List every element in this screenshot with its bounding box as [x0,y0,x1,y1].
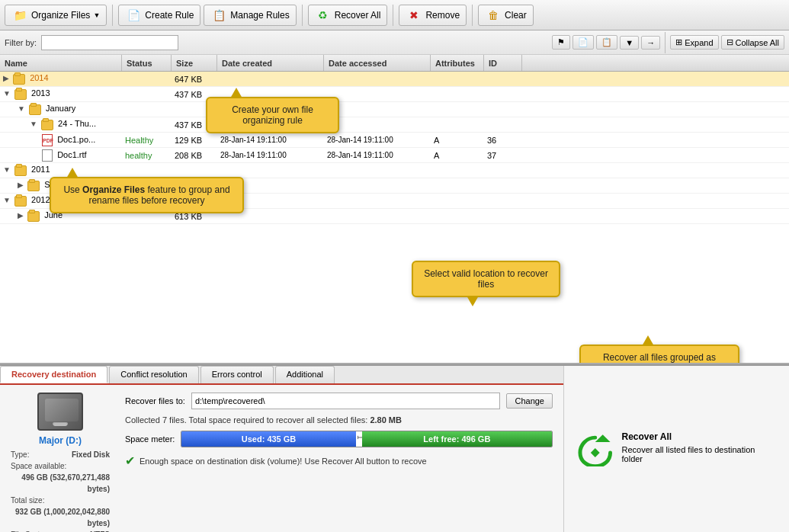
type-val: Fixed Disk [72,449,110,460]
tab-additional[interactable]: Additional [275,366,335,383]
col-name-header: Name [0,55,122,71]
row-accessed [324,79,431,80]
clear-button[interactable]: 🗑 Clear [478,5,534,26]
row-size: 129 KB [172,135,217,146]
expand-arrow-icon[interactable]: ▼ [3,165,11,174]
row-id [484,79,522,80]
row-status: Healthy [122,135,172,146]
col-attr-header: Attributes [431,55,484,71]
organize-files-icon: 📁 [11,8,28,23]
row-id: 36 [484,135,522,146]
fs-label: File System: [11,529,53,532]
expand-arrow-icon[interactable]: ▶ [3,74,9,82]
row-status [122,109,172,111]
check-icon: ✔ [125,453,135,468]
bottom-right-panel: Recover All Recover all listed files to … [564,366,789,532]
icon-btn-5: → [646,38,655,47]
table-row[interactable]: ▶ 2014 647 KB [0,72,789,87]
expand-arrow-icon[interactable]: ▶ [18,211,24,220]
drive-details: Type:Fixed Disk Space available: 496 GB … [11,449,110,532]
expand-arrow-icon[interactable]: ▼ [30,120,37,128]
remove-button[interactable]: ✖ Remove [399,5,467,26]
folder-icon [29,104,41,115]
callout-recover-all: Recover all files grouped as present to … [579,345,739,364]
total-val: 932 GB (1,000,202,042,880 bytes) [11,506,110,529]
row-created: 28-Jan-14 19:11:00 [217,135,324,145]
expand-arrow-icon[interactable]: ▶ [18,181,24,189]
row-attr [431,79,484,80]
tab-conflict-resolution[interactable]: Conflict resolution [109,366,198,383]
small-btn-3[interactable]: 📋 [596,35,617,50]
manage-rules-button[interactable]: 📋 Manage Rules [204,5,296,26]
row-created [217,79,324,80]
table-row[interactable]: ▼ January [0,102,789,117]
remove-icon: ✖ [406,8,422,23]
filter-input[interactable] [41,35,178,50]
row-id [484,94,522,95]
file-tree-area: Name Status Size Date created Date acces… [0,55,789,364]
create-rule-icon: 📄 [125,8,142,23]
collapse-all-button[interactable]: ⊟ Collapse All [721,35,784,50]
expand-arrow-icon[interactable]: ▼ [3,196,11,204]
icon-btn-3: 📋 [601,37,612,47]
small-btn-4[interactable]: ▼ [620,36,639,50]
row-attr: A [431,135,484,146]
table-row[interactable]: ▼ 24 - Thu... 437 KB [0,117,789,133]
space-meter-label: Space meter: [125,434,175,444]
filter-label: Filter by: [5,38,37,47]
separator-4 [472,5,473,26]
row-name: 2012 [31,195,50,204]
table-row[interactable]: ▼ 2011 [0,163,789,178]
expand-button[interactable]: ⊞ Expand [670,35,718,50]
recover-to-input[interactable] [191,393,501,409]
change-button[interactable]: Change [506,393,553,409]
separator-3 [393,5,393,26]
recovery-content: Major (D:) Type:Fixed Disk Space availab… [0,385,563,532]
create-rule-button[interactable]: 📄 Create Rule [118,5,200,26]
row-accessed: 28-Jan-14 19:11:00 [324,135,431,145]
tab-recovery-destination[interactable]: Recovery destination [0,366,107,383]
row-status [122,170,172,171]
recover-all-section: Recover All Recover all listed files to … [576,431,777,466]
callout-select-location: Select valid location to recover files [412,261,560,297]
organize-files-button[interactable]: 📁 Organize Files ▼ [5,5,107,26]
clear-icon: 🗑 [485,8,502,23]
total-label: Total size: [11,495,44,506]
icon-btn-2: 📄 [578,37,589,47]
enough-space-row: ✔ Enough space on destination disk (volu… [125,453,553,468]
manage-rules-icon: 📋 [210,8,227,23]
col-created-header: Date created [217,55,324,71]
small-btn-5[interactable]: → [641,36,660,50]
row-size: 647 KB [172,74,217,85]
table-row[interactable]: Doc1.rtf healthy 208 KB 28-Jan-14 19:11:… [0,148,789,163]
recover-all-title: Recover All [622,431,777,442]
space-val: 496 GB (532,670,271,488 bytes) [11,472,110,495]
icon-btn-1: ⚑ [557,37,565,47]
drive-label: Major (D:) [39,435,82,446]
table-row[interactable]: ▼ 2013 437 KB [0,87,789,102]
collapse-icon: ⊟ [726,37,733,47]
row-name: Doc1.rtf [57,149,87,159]
folder-icon [14,89,27,100]
tab-errors-control[interactable]: Errors control [200,366,274,383]
row-status [122,124,172,126]
recover-info: Recover All Recover all listed files to … [622,431,777,463]
row-size: 208 KB [172,150,217,161]
expand-arrow-icon[interactable]: ▼ [18,104,25,113]
separator-1 [112,5,113,26]
expand-arrow-icon[interactable]: ▼ [3,89,11,98]
icon-btn-4: ▼ [625,38,633,47]
callout-organize-files: Use Organize Files feature to group and … [50,177,244,213]
secondary-toolbar: Filter by: ⚑ 📄 📋 ▼ → ⊞ Expand ⊟ Collapse… [0,30,789,55]
small-btn-1[interactable]: ⚑ [552,35,570,50]
recover-all-button[interactable]: ♻ Recover All [308,5,388,26]
space-label: Space available: [11,460,66,472]
row-status: healthy [122,150,172,161]
small-btn-2[interactable]: 📄 [573,35,594,50]
row-attr [431,94,484,95]
space-free: Left free: 496 GB [362,431,552,447]
bottom-panel: Recovery destination Conflict resolution… [0,364,789,532]
dropdown-arrow-icon: ▼ [93,11,100,19]
table-row[interactable]: PDF Doc1.po... Healthy 129 KB 28-Jan-14 … [0,133,789,148]
row-attr: A [431,150,484,161]
